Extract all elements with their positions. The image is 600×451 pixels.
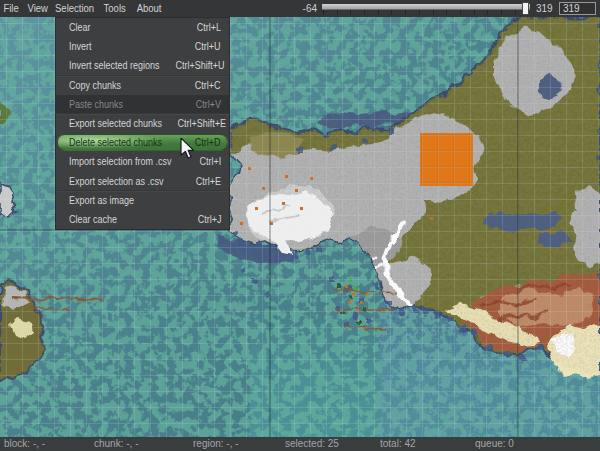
menu-item-invert-selected-regions[interactable]: Invert selected regionsCtrl+Shift+U [56, 56, 229, 75]
menu-separator [56, 190, 229, 192]
menu-item-copy-chunks[interactable]: Copy chunksCtrl+C [56, 76, 229, 95]
menu-separator [56, 75, 229, 77]
status-region: region: -, - [193, 437, 239, 451]
menu-item-import-selection-from-csv[interactable]: Import selection from .csvCtrl+I [56, 152, 229, 171]
menu-selection[interactable]: Selection [48, 0, 101, 17]
menu-item-invert[interactable]: InvertCtrl+U [56, 37, 229, 56]
menu-item-paste-chunks[interactable]: Paste chunksCtrl+V [56, 95, 229, 114]
mouse-cursor [180, 138, 198, 162]
menu-item-delete-selected-chunks[interactable]: Delete selected chunksCtrl+D [56, 133, 229, 152]
menu-tools[interactable]: Tools [97, 0, 132, 17]
layer-input[interactable]: 319 [559, 2, 596, 15]
status-selected: selected: 25 [285, 437, 339, 451]
menu-about[interactable]: About [130, 0, 168, 17]
menu-separator [56, 113, 229, 115]
menu-item-export-as-image[interactable]: Export as image [56, 191, 229, 210]
slider-min-label: -64 [291, 2, 317, 15]
status-total: total: 42 [380, 437, 416, 451]
status-block: block: -, - [4, 437, 45, 451]
selection-menu-dropdown: ClearCtrl+LInvertCtrl+UInvert selected r… [55, 17, 230, 230]
slider-thumb[interactable] [522, 2, 529, 15]
status-queue: queue: 0 [475, 437, 514, 451]
menu-item-clear-cache[interactable]: Clear cacheCtrl+J [56, 210, 229, 229]
slider-value-label: 319 [536, 2, 553, 15]
status-chunk: chunk: -, - [94, 437, 138, 451]
menu-item-clear[interactable]: ClearCtrl+L [56, 18, 229, 37]
status-bar: block: -, -chunk: -, -region: -, -select… [0, 437, 600, 451]
menu-item-export-selection-as-csv[interactable]: Export selection as .csvCtrl+E [56, 172, 229, 191]
slider-ticks [323, 10, 529, 15]
menu-item-export-selected-chunks[interactable]: Export selected chunksCtrl+Shift+E [56, 114, 229, 133]
menu-bar: FileViewSelectionToolsAbout-64319319 [0, 0, 600, 17]
